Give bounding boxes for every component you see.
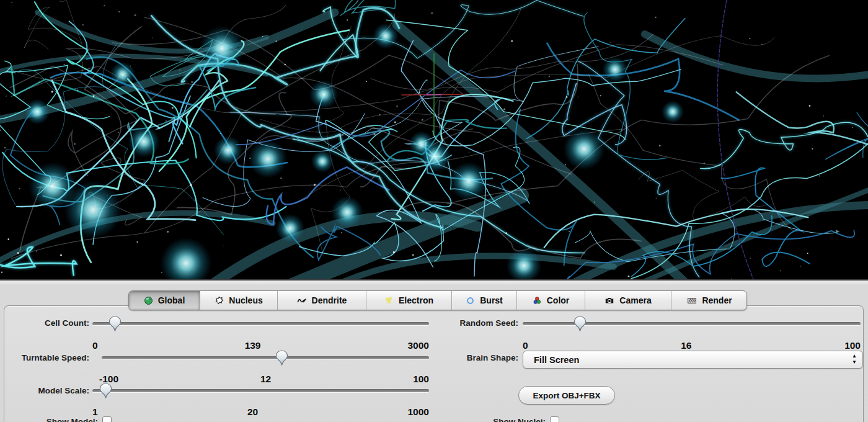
nucleus-icon: [215, 296, 224, 305]
tab-electron[interactable]: Electron: [366, 291, 452, 310]
tab-dendrite[interactable]: Dendrite: [278, 291, 366, 310]
camera-icon: [604, 296, 614, 305]
cell-count-slider[interactable]: [92, 316, 429, 332]
tab-camera[interactable]: Camera: [585, 291, 671, 310]
tab-label: Nucleus: [229, 295, 262, 305]
current-value: 20: [247, 406, 258, 418]
cell-count-label: Cell Count:: [0, 318, 89, 328]
brain-shape-label: Brain Shape:: [397, 353, 518, 362]
tab-nucleus[interactable]: Nucleus: [200, 291, 278, 310]
slider-track[interactable]: [102, 356, 429, 359]
globe-icon: [144, 296, 153, 305]
tab-label: Color: [547, 295, 570, 305]
tab-label: Camera: [619, 295, 651, 305]
min-value: 1: [92, 406, 98, 418]
neuron-render-canvas[interactable]: [0, 0, 868, 279]
export-obj-fbx-button[interactable]: Export OBJ+FBX: [518, 386, 615, 405]
model-scale-scale: 1 20 1000: [92, 406, 429, 418]
show-model-checkbox[interactable]: [102, 416, 112, 422]
max-value: 100: [844, 340, 861, 351]
tab-label: Burst: [480, 295, 503, 305]
slider-thumb[interactable]: [574, 316, 587, 332]
export-button-label: Export OBJ+FBX: [533, 391, 600, 400]
slider-track[interactable]: [92, 389, 429, 392]
current-value: 16: [681, 340, 691, 351]
model-scale-slider[interactable]: [92, 383, 429, 399]
random-seed-scale: 0 16 100: [523, 340, 861, 351]
tab-label: Render: [702, 295, 732, 305]
show-nuclei-checkbox[interactable]: [550, 416, 559, 422]
tab-color[interactable]: Color: [517, 291, 585, 310]
slider-thumb[interactable]: [275, 350, 288, 366]
show-nuclei-label: Show Nuclei:: [434, 417, 546, 422]
min-value: 0: [523, 340, 528, 351]
control-panel: Global Nucleus Dendrite Electron: [0, 281, 868, 422]
turntable-speed-label: Turntable Speed:: [0, 353, 89, 362]
tab-render[interactable]: Render: [671, 291, 747, 310]
render-icon: [687, 296, 697, 305]
color-icon: [533, 296, 542, 305]
burst-icon: [466, 296, 475, 305]
show-model-label: Show Model:: [0, 417, 98, 422]
brain-shape-dropdown[interactable]: Fill Screen ▲▼: [523, 351, 863, 369]
model-scale-label: Model Scale:: [0, 386, 89, 395]
max-value: 1000: [408, 406, 429, 418]
random-seed-label: Random Seed:: [397, 318, 518, 328]
tab-label: Dendrite: [312, 295, 347, 305]
tab-burst[interactable]: Burst: [452, 291, 517, 310]
brain-shape-value: Fill Screen: [534, 355, 579, 365]
min-value: 0: [92, 340, 98, 351]
viewport-3d[interactable]: [0, 0, 868, 279]
turntable-speed-slider[interactable]: [102, 350, 429, 366]
slider-track[interactable]: [92, 322, 429, 325]
dendrite-icon: [297, 296, 307, 305]
slider-thumb[interactable]: [108, 316, 122, 332]
slider-thumb[interactable]: [99, 383, 112, 399]
electron-icon: [384, 296, 394, 305]
stepper-arrows-icon: ▲▼: [852, 353, 857, 366]
tab-label: Electron: [399, 295, 433, 305]
random-seed-slider[interactable]: [523, 316, 861, 332]
tab-bar: Global Nucleus Dendrite Electron: [128, 290, 747, 310]
tab-global[interactable]: Global: [129, 291, 200, 310]
tab-label: Global: [158, 295, 185, 305]
